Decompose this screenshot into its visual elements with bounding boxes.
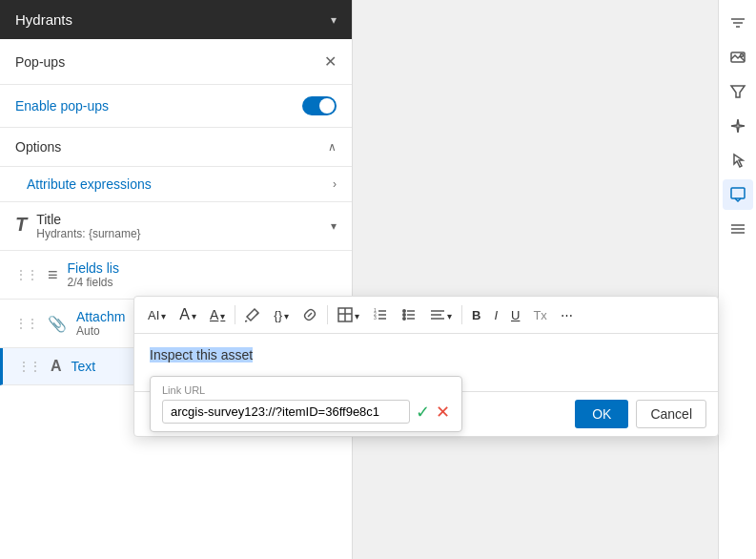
right-toolbar [718, 0, 756, 559]
text-item-icon: A [51, 358, 62, 375]
unordered-list-button[interactable] [396, 303, 422, 326]
ok-button[interactable]: OK [575, 400, 628, 428]
text-size-button[interactable]: A [174, 302, 202, 327]
title-item-name: Title [36, 212, 140, 227]
link-url-label: Link URL [162, 384, 450, 396]
attachments-sub: Auto [76, 324, 125, 338]
link-button[interactable] [296, 303, 323, 326]
link-popup: Link URL ✓ ✕ [150, 376, 462, 432]
attribute-expressions-row[interactable]: Attribute expressions › [0, 167, 352, 202]
underline-button[interactable]: U [505, 304, 525, 326]
editor-overlay: AI A A {} [133, 296, 719, 437]
options-label: Options [15, 139, 61, 155]
paint-button[interactable] [239, 303, 266, 326]
svg-text:3: 3 [374, 315, 377, 321]
svg-point-21 [403, 318, 405, 320]
svg-rect-6 [731, 188, 745, 198]
more-button[interactable]: ⋯ [555, 304, 579, 326]
title-chevron-icon: ▾ [331, 219, 337, 233]
attribute-expressions-chevron-icon: › [333, 177, 337, 191]
options-chevron-icon: ∧ [328, 140, 337, 154]
left-panel: Hydrants ▾ Pop-ups ✕ Enable pop-ups Opti… [0, 0, 353, 559]
text-item-name: Text [72, 359, 96, 374]
enable-popups-row: Enable pop-ups [0, 85, 352, 128]
enable-popups-toggle[interactable] [302, 96, 337, 115]
link-confirm-button[interactable]: ✓ [416, 402, 430, 423]
editor-content[interactable]: Inspect this asset Link URL ✓ ✕ [134, 334, 718, 391]
drag-handle-icon: ⋮⋮ [18, 360, 41, 373]
filter-icon[interactable] [723, 8, 753, 38]
sparkle-icon[interactable] [723, 111, 753, 141]
drag-handle-icon: ⋮⋮ [15, 317, 38, 330]
popups-close-button[interactable]: ✕ [324, 52, 337, 71]
fields-list-name: Fields lis [68, 260, 119, 276]
drag-handle-icon: ⋮⋮ [15, 268, 38, 281]
font-button[interactable]: A [204, 303, 231, 326]
pointer-icon[interactable] [723, 145, 753, 176]
svg-point-19 [403, 310, 405, 312]
svg-point-20 [403, 314, 405, 316]
code-button[interactable]: {} [268, 304, 295, 326]
separator [461, 305, 462, 324]
svg-marker-5 [731, 86, 745, 97]
bold-button[interactable]: B [466, 304, 486, 326]
svg-point-4 [740, 54, 743, 57]
fields-list-icon: ≡ [48, 265, 58, 285]
enable-popups-label: Enable pop-ups [15, 98, 109, 114]
popups-section: Pop-ups ✕ [0, 39, 352, 85]
popups-label: Pop-ups [15, 54, 65, 70]
popup-icon[interactable] [723, 179, 753, 210]
separator [327, 305, 328, 324]
table-button[interactable] [332, 303, 365, 326]
separator [235, 305, 235, 324]
strikethrough-button[interactable]: Tx [527, 304, 552, 326]
link-cancel-button[interactable]: ✕ [436, 402, 450, 423]
panel-title: Hydrants [15, 11, 72, 28]
attribute-expressions-label: Attribute expressions [27, 176, 152, 192]
funnel-icon[interactable] [723, 76, 753, 107]
options-row[interactable]: Options ∧ [0, 128, 352, 167]
title-type-icon: T [15, 214, 27, 236]
title-section[interactable]: T Title Hydrants: {surname} ▾ [0, 202, 352, 251]
title-item-subtitle: Hydrants: {surname} [36, 227, 140, 240]
ordered-list-button[interactable]: 1 2 3 [367, 303, 394, 326]
fields-list-sub: 2/4 fields [68, 276, 119, 289]
attachments-name: Attachm [76, 309, 125, 324]
panel-header: Hydrants ▾ [0, 0, 352, 39]
editor-toolbar: AI A A {} [134, 297, 718, 334]
cancel-button[interactable]: Cancel [636, 400, 706, 428]
align-button[interactable] [424, 303, 458, 326]
attachments-icon: 📎 [48, 315, 67, 333]
highlighted-text: Inspect this asset [150, 347, 253, 362]
panel-collapse-icon[interactable]: ▾ [331, 13, 337, 27]
italic-button[interactable]: I [488, 304, 503, 326]
link-url-input[interactable] [162, 400, 410, 424]
image-icon[interactable] [723, 42, 753, 72]
ai-button[interactable]: AI [142, 304, 172, 326]
fields-list-item[interactable]: ⋮⋮ ≡ Fields lis 2/4 fields [0, 251, 352, 300]
list-icon[interactable] [723, 214, 753, 244]
